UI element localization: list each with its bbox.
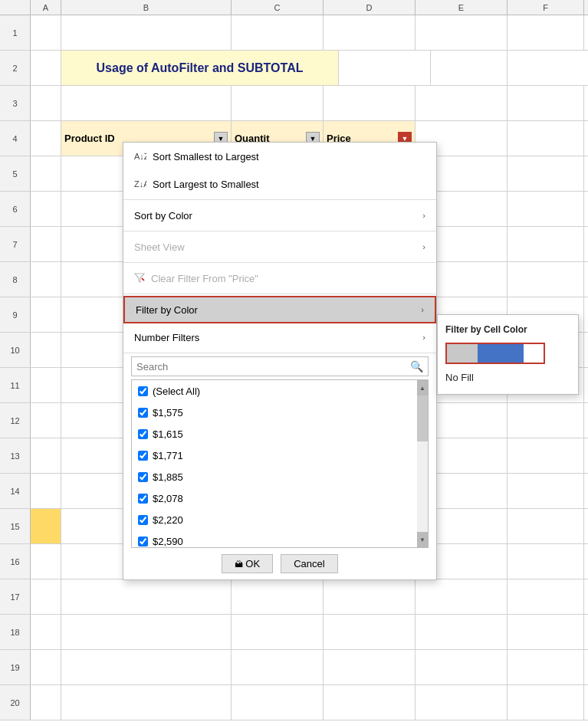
checkbox-2078[interactable]: $2,078 bbox=[132, 487, 428, 509]
checkbox-2590[interactable]: $2,590 bbox=[132, 530, 428, 548]
cell-a19 bbox=[31, 650, 61, 684]
row-header-3: 3 bbox=[0, 86, 31, 120]
cell-f8 bbox=[508, 262, 584, 297]
sort-large-small-item[interactable]: Z↓A Sort Largest to Smallest bbox=[123, 170, 436, 198]
filter-checkbox-list: (Select All) $1,575 $1,615 $1,771 $1,885… bbox=[131, 379, 429, 548]
search-icon: 🔍 bbox=[410, 360, 423, 372]
col-header-d: D bbox=[324, 0, 416, 15]
scrollbar-thumb[interactable] bbox=[417, 395, 428, 441]
row-17: 17 bbox=[0, 579, 588, 615]
cell-f2 bbox=[431, 51, 508, 85]
checkbox-2220[interactable]: $2,220 bbox=[132, 509, 428, 530]
cell-e20 bbox=[416, 685, 508, 720]
row-19: 19 bbox=[0, 650, 588, 685]
row-18: 18 bbox=[0, 615, 588, 650]
checkbox-2590-input[interactable] bbox=[138, 537, 148, 546]
checkbox-2220-input[interactable] bbox=[138, 515, 148, 525]
blue-swatch bbox=[478, 344, 524, 363]
cell-f20 bbox=[508, 685, 584, 720]
checkbox-1885[interactable]: $1,885 bbox=[132, 466, 428, 487]
cell-f4 bbox=[508, 121, 584, 156]
svg-marker-2 bbox=[135, 274, 144, 282]
row-header-12: 12 bbox=[0, 403, 31, 438]
cell-c20 bbox=[232, 685, 324, 720]
no-fill-item[interactable]: No Fill bbox=[438, 367, 578, 388]
row-20: 20 bbox=[0, 685, 588, 720]
col-header-c: C bbox=[232, 0, 324, 15]
row-header-10: 10 bbox=[0, 333, 31, 367]
row-header-17: 17 bbox=[0, 579, 31, 614]
checkbox-2220-label: $2,220 bbox=[153, 514, 183, 526]
row-header-1: 1 bbox=[0, 15, 31, 50]
scrollbar-up-arrow[interactable]: ▲ bbox=[417, 380, 428, 395]
checkbox-2078-label: $2,078 bbox=[153, 493, 183, 504]
cell-a12 bbox=[31, 403, 61, 438]
clear-filter-item[interactable]: Clear Filter From "Price" bbox=[123, 264, 436, 292]
cell-f1 bbox=[508, 15, 584, 50]
checkbox-2078-input[interactable] bbox=[138, 494, 148, 504]
row-header-4: 4 bbox=[0, 121, 31, 156]
divider-2 bbox=[123, 231, 436, 231]
cell-f12 bbox=[508, 403, 584, 438]
col-header-a: A bbox=[31, 0, 61, 15]
row-header-6: 6 bbox=[0, 192, 31, 226]
sort-small-large-item[interactable]: A↓Z Sort Smallest to Largest bbox=[123, 143, 436, 170]
row-header-9: 9 bbox=[0, 297, 31, 332]
cancel-button[interactable]: Cancel bbox=[281, 554, 337, 573]
sort-by-color-item[interactable]: Sort by Color › bbox=[123, 202, 436, 229]
scrollbar-track: ▲ ▼ bbox=[417, 380, 428, 547]
sort-by-color-label: Sort by Color bbox=[134, 210, 192, 222]
checkbox-1615-input[interactable] bbox=[138, 429, 148, 439]
checkbox-1615[interactable]: $1,615 bbox=[132, 423, 428, 445]
col-header-e: E bbox=[416, 0, 508, 15]
color-swatch-button[interactable] bbox=[445, 343, 545, 364]
dialog-buttons: 🏔 OK Cancel bbox=[123, 548, 436, 579]
checkbox-1575-label: $1,575 bbox=[153, 407, 183, 418]
sort-desc-icon: Z↓A bbox=[134, 178, 146, 191]
cell-f5 bbox=[508, 156, 584, 191]
row-header-15: 15 bbox=[0, 509, 31, 543]
checkbox-select-all[interactable]: (Select All) bbox=[132, 380, 428, 402]
cell-c1 bbox=[232, 15, 324, 50]
checkbox-1771-input[interactable] bbox=[138, 451, 148, 461]
checkbox-2590-label: $2,590 bbox=[153, 536, 183, 547]
number-filters-item[interactable]: Number Filters › bbox=[123, 323, 436, 351]
filter-by-cell-color-submenu: Filter by Cell Color No Fill bbox=[437, 314, 579, 395]
ok-button[interactable]: 🏔 OK bbox=[222, 554, 273, 573]
sort-asc-icon: A↓Z bbox=[134, 150, 146, 163]
cell-a11 bbox=[31, 368, 61, 402]
sort-large-small-label: Sort Largest to Smallest bbox=[153, 179, 259, 190]
svg-text:A↓Z: A↓Z bbox=[134, 152, 146, 161]
spreadsheet: A B C D E F 1 2 Usage of AutoFilter and … bbox=[0, 0, 588, 722]
checkbox-1575[interactable]: $1,575 bbox=[132, 402, 428, 423]
checkbox-select-all-input[interactable] bbox=[138, 386, 148, 396]
cell-e3 bbox=[416, 86, 508, 120]
sheet-view-label: Sheet View bbox=[134, 241, 185, 253]
cell-b17 bbox=[61, 579, 232, 614]
sheet-view-item[interactable]: Sheet View › bbox=[123, 233, 436, 261]
row-header-7: 7 bbox=[0, 227, 31, 261]
cell-d17 bbox=[324, 579, 416, 614]
cell-c19 bbox=[232, 650, 324, 684]
cell-a4 bbox=[31, 121, 61, 156]
checkbox-1575-input[interactable] bbox=[138, 408, 148, 418]
ok-label: OK bbox=[245, 558, 260, 569]
cell-f13 bbox=[508, 438, 584, 473]
search-input[interactable] bbox=[136, 361, 410, 372]
checkbox-1885-input[interactable] bbox=[138, 472, 148, 482]
checkbox-1771[interactable]: $1,771 bbox=[132, 445, 428, 466]
svg-text:Z↓A: Z↓A bbox=[134, 179, 146, 189]
row-header-19: 19 bbox=[0, 650, 31, 684]
ok-icon: 🏔 bbox=[235, 560, 243, 569]
svg-line-3 bbox=[142, 278, 144, 281]
cell-b1 bbox=[61, 15, 232, 50]
cell-c18 bbox=[232, 615, 324, 649]
cell-a5 bbox=[31, 156, 61, 191]
scrollbar-down-arrow[interactable]: ▼ bbox=[417, 532, 428, 547]
filter-by-color-item[interactable]: Filter by Color › bbox=[123, 296, 436, 323]
cell-e19 bbox=[416, 650, 508, 684]
row-header-20: 20 bbox=[0, 685, 31, 720]
cell-f14 bbox=[508, 474, 584, 508]
cell-f3 bbox=[508, 86, 584, 120]
cell-a3 bbox=[31, 86, 61, 120]
